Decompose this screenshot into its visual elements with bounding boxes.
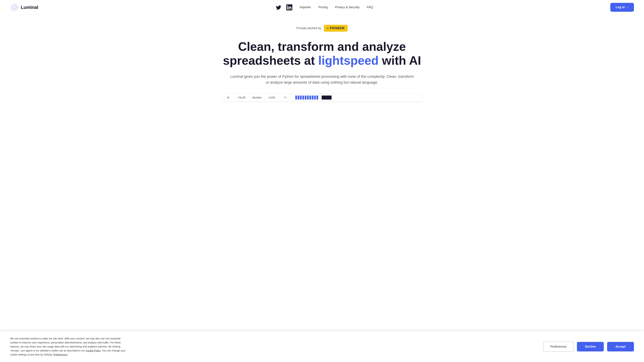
- hero-title-part2: with AI: [379, 54, 421, 67]
- nav-link-importer[interactable]: Importer: [300, 5, 311, 9]
- table-cell-col1: M: [222, 94, 235, 101]
- logo-link[interactable]: Luminal: [10, 3, 38, 12]
- nav-right: Log In →: [610, 3, 634, 12]
- linkedin-icon[interactable]: [286, 4, 292, 10]
- logo-icon: [10, 3, 19, 12]
- bar-9: [314, 95, 316, 99]
- navbar: Luminal Importer Pricing Privacy & Secur…: [0, 0, 644, 15]
- bar-2: [298, 95, 299, 99]
- cookie-actions: Preferences Decline Accept: [543, 342, 634, 352]
- nav-link-pricing[interactable]: Pricing: [318, 5, 328, 9]
- social-icons: [276, 4, 292, 10]
- table-cell-extra: [322, 95, 332, 99]
- backed-by-section: Proudly backed by ≡ PIONEER: [10, 25, 634, 32]
- nav-center: Importer Pricing Privacy & Security FAQ: [276, 4, 373, 10]
- table-cell-col4: 11235: [265, 94, 278, 101]
- table-preview: M FALSE Brooklyn 11235 0: [221, 93, 422, 102]
- table-cell-col2: FALSE: [235, 94, 249, 101]
- hero-title: Clean, transform and analyze spreadsheet…: [204, 40, 440, 67]
- table-cell-col3: Brooklyn: [249, 94, 265, 101]
- nav-links: Importer Pricing Privacy & Security FAQ: [300, 5, 373, 9]
- bar-3: [300, 95, 302, 99]
- hero-subtitle: Luminal gives you the power of Python fo…: [230, 73, 414, 85]
- bar-1: [295, 95, 297, 99]
- brand-name: Luminal: [21, 5, 38, 10]
- bar-4: [302, 95, 304, 99]
- decline-button[interactable]: Decline: [577, 342, 604, 352]
- login-button[interactable]: Log In →: [610, 3, 634, 12]
- table-cell-col5: 0: [278, 94, 292, 101]
- cookie-policy-link[interactable]: Cookie Policy: [86, 349, 100, 352]
- table-cell-bars: [292, 93, 322, 102]
- accept-button[interactable]: Accept: [607, 342, 634, 352]
- cookie-text-end: .": [67, 353, 69, 356]
- svg-point-1: [12, 5, 17, 10]
- cookie-banner: We use essential cookies to make our sit…: [0, 331, 644, 362]
- table-row: M FALSE Brooklyn 11235 0: [222, 93, 422, 102]
- pioneer-icon: ≡: [327, 27, 328, 30]
- bar-8: [312, 95, 314, 99]
- hero-title-highlight: lightspeed: [318, 54, 378, 67]
- nav-link-faq[interactable]: FAQ: [367, 5, 373, 9]
- bar-5: [305, 95, 306, 99]
- bar-6: [307, 95, 309, 99]
- bar-7: [310, 95, 311, 99]
- cookie-preferences-link[interactable]: Preferences: [54, 353, 67, 356]
- main-content: Proudly backed by ≡ PIONEER Clean, trans…: [0, 15, 644, 102]
- cookie-text: We use essential cookies to make our sit…: [10, 337, 128, 357]
- svg-point-2: [13, 6, 16, 9]
- pioneer-label: PIONEER: [330, 26, 345, 30]
- pioneer-badge: ≡ PIONEER: [324, 25, 348, 32]
- twitter-icon[interactable]: [276, 4, 282, 10]
- backed-by-text: Proudly backed by: [296, 26, 321, 30]
- nav-link-privacy[interactable]: Privacy & Security: [335, 5, 360, 9]
- preferences-button[interactable]: Preferences: [543, 342, 574, 352]
- bar-10: [316, 95, 318, 99]
